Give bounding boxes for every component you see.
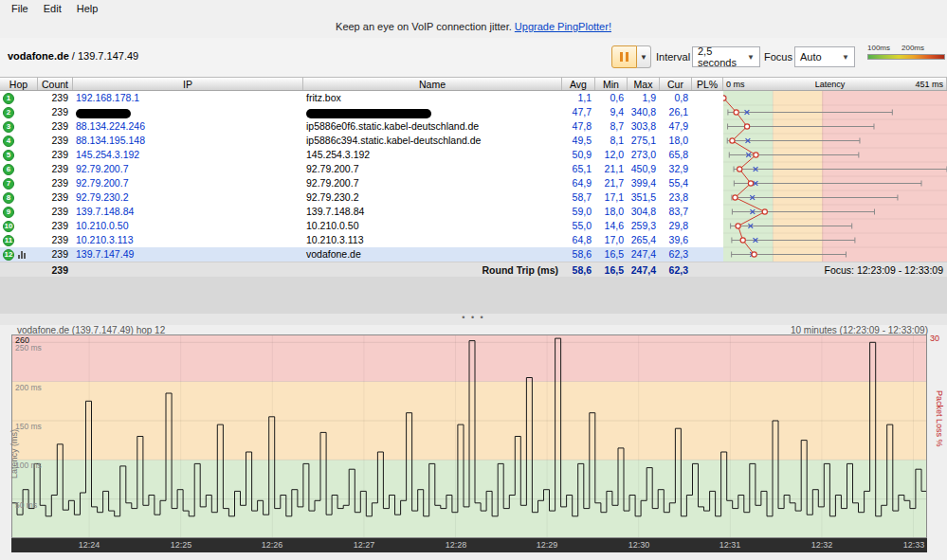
menu-file[interactable]: File [4,2,36,15]
toolbar: vodafone.de / 139.7.147.49 ▼ Interval 2,… [0,38,947,77]
count-cell: 239 [38,134,73,148]
hop-number-badge: 10 [3,221,14,232]
hop-number-badge: 3 [3,121,14,133]
header-count[interactable]: Count [38,78,73,90]
count-cell: 239 [38,105,73,119]
ip-cell: 88.134.224.246 [73,119,303,134]
redaction-bar [306,109,431,118]
packet-loss-axis-label: Packet Loss % [935,390,944,447]
hop-number-badge: 6 [3,164,14,175]
header-avg[interactable]: Avg [562,78,595,90]
hop-cell: 10 [0,219,38,233]
cur-cell: 32,9 [660,162,692,176]
max-cell: 275,1 [628,134,660,148]
hop-latency-graph-svg [723,91,947,262]
name-cell: 92.79.230.2 [303,190,562,205]
legend-gradient-bar [867,54,945,60]
count-cell: 239 [38,176,73,190]
focus-label: Focus [764,51,792,63]
hop-number-badge: 12 [3,249,14,261]
pause-dropdown-button[interactable]: ▼ [637,45,651,68]
avg-cell: 55,0 [562,219,595,233]
name-cell: 92.79.200.7 [303,162,562,176]
time-tick-label: 12:30 [628,540,650,550]
name-cell: ip5886c394.static.kabel-deutschland.de [303,134,562,148]
count-cell: 239 [38,190,73,205]
upgrade-link[interactable]: Upgrade PingPlotter! [515,21,611,32]
cur-cell: 29,8 [660,219,692,233]
latency-color-legend: 100ms 200ms [867,44,945,60]
focus-graph-icon [18,250,26,259]
count-cell: 239 [38,148,73,162]
ip-cell: 139.7.148.84 [73,205,303,219]
max-cell: 304,8 [628,205,660,219]
count-cell: 239 [38,219,73,233]
summary-avg: 58,6 [562,262,595,278]
summary-min: 16,5 [595,262,628,278]
pl-cell [692,162,723,176]
timeline-plot[interactable] [11,334,927,538]
latency-axis-label: Latency (ms) [9,429,19,479]
hop-cell: 7 [0,176,38,190]
pl-cell [692,105,723,119]
hop-cell: 9 [0,205,38,219]
time-tick-label: 12:24 [79,540,100,550]
avg-cell: 64,8 [562,233,595,247]
min-cell: 17,1 [595,190,628,205]
time-tick-label: 12:32 [811,540,833,550]
chevron-down-icon: ▼ [747,53,755,62]
avg-cell: 58,7 [562,190,595,205]
interval-select[interactable]: 2,5 seconds▼ [692,46,760,67]
count-cell: 239 [38,119,73,134]
count-cell: 239 [38,247,73,262]
name-cell: 10.210.0.50 [303,219,562,233]
pingplotter-window: FileEditHelp Keep an eye on VoIP connect… [0,0,947,560]
avg-cell: 58,6 [562,247,595,262]
count-cell: 239 [38,205,73,219]
hop-cell: 8 [0,190,38,205]
hop-number-badge: 7 [3,178,14,190]
name-cell: 145.254.3.192 [303,148,562,162]
pl-cell [692,176,723,190]
header-max[interactable]: Max [628,78,660,90]
pause-button[interactable] [611,45,637,68]
panel-splitter-handle[interactable]: • • • [0,314,947,325]
count-cell: 239 [38,233,73,247]
focus-select[interactable]: Auto▼ [794,46,855,67]
hop-number-badge: 2 [3,107,14,118]
round-trip-summary-row: 239 Round Trip (ms) 58,6 16,5 247,4 62,3… [0,262,947,277]
header-pl[interactable]: PL% [692,78,723,90]
min-cell: 14,6 [595,219,628,233]
hop-latency-graph[interactable] [723,91,947,262]
max-cell: 399,4 [628,176,660,190]
header-hop[interactable]: Hop [0,78,38,90]
time-axis: 12:2412:2512:2612:2712:2812:2912:3012:31… [11,538,927,552]
min-cell: 16,5 [595,247,628,262]
name-cell: 10.210.3.113 [303,233,562,247]
menu-edit[interactable]: Edit [36,2,69,15]
min-cell: 21,7 [595,176,628,190]
ip-cell: 92.79.200.7 [73,162,303,176]
header-cur[interactable]: Cur [660,78,692,90]
max-cell: 247,4 [628,247,660,262]
min-cell: 18,0 [595,205,628,219]
cur-cell: 0,8 [660,91,692,105]
latency-title: Latency [815,80,846,89]
focus-range-label: Focus: 12:23:09 - 12:33:09 [723,262,947,278]
focus-value: Auto [800,51,822,63]
time-tick-label: 12:29 [537,540,558,550]
header-name[interactable]: Name [303,78,562,90]
name-cell: fritz.box [303,91,562,105]
cur-cell: 18,0 [660,134,692,148]
ip-cell: 145.254.3.192 [73,148,303,162]
hop-cell: 12 [0,247,38,262]
interval-value: 2,5 seconds [698,45,741,68]
header-latency[interactable]: 0 ms Latency 451 ms [723,78,947,90]
time-tick-label: 12:28 [446,540,467,550]
hop-number-badge: 5 [3,150,14,161]
header-min[interactable]: Min [595,78,628,90]
header-ip[interactable]: IP [73,78,303,90]
min-cell: 0,6 [595,91,628,105]
menu-bar: FileEditHelp [0,0,947,17]
menu-help[interactable]: Help [69,2,106,15]
